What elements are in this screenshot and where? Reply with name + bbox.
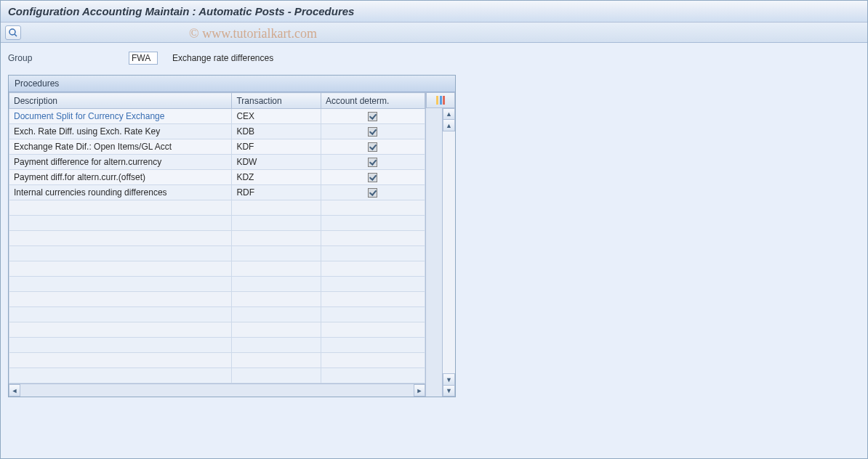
table-row[interactable] bbox=[9, 261, 425, 277]
table-settings-button[interactable] bbox=[426, 92, 455, 108]
cell-account-determ[interactable] bbox=[321, 185, 425, 200]
cell-empty bbox=[321, 292, 425, 307]
cell-empty bbox=[9, 368, 232, 383]
procedures-table: Description Transaction Account determ. … bbox=[9, 92, 425, 383]
cell-empty bbox=[9, 322, 232, 338]
table-row[interactable]: Document Split for Currency ExchangeCEX bbox=[9, 109, 425, 124]
table-row[interactable] bbox=[9, 307, 425, 322]
cell-empty bbox=[9, 338, 232, 353]
scroll-up2-icon[interactable]: ▲ bbox=[443, 120, 455, 131]
cell-empty bbox=[232, 338, 321, 353]
cell-transaction: KDW bbox=[232, 155, 321, 170]
table-settings-icon bbox=[436, 96, 445, 105]
svg-line-1 bbox=[15, 34, 17, 36]
vertical-scrollbar[interactable]: ▲ ▲ ▼ ▼ bbox=[442, 108, 455, 397]
scroll-right-icon[interactable]: ► bbox=[414, 384, 425, 397]
cell-empty bbox=[321, 261, 425, 277]
horizontal-scrollbar[interactable]: ◄ ► bbox=[9, 383, 425, 397]
table-row[interactable]: Payment difference for altern.currencyKD… bbox=[9, 155, 425, 170]
cell-description[interactable]: Payment difference for altern.currency bbox=[9, 155, 232, 170]
table-row[interactable] bbox=[9, 246, 425, 261]
cell-empty bbox=[232, 322, 321, 338]
cell-empty bbox=[321, 246, 425, 261]
cell-description[interactable]: Internal currencies rounding differences bbox=[9, 185, 232, 200]
table-row[interactable] bbox=[9, 353, 425, 368]
cell-empty bbox=[9, 277, 232, 292]
procedures-panel: Procedures Description Transaction Accou… bbox=[8, 75, 456, 397]
cell-empty bbox=[321, 338, 425, 353]
cell-empty bbox=[232, 246, 321, 261]
cell-empty bbox=[321, 322, 425, 338]
cell-account-determ[interactable] bbox=[321, 170, 425, 185]
checkbox-checked-icon[interactable] bbox=[368, 188, 377, 198]
table-row[interactable] bbox=[9, 200, 425, 216]
checkbox-checked-icon[interactable] bbox=[368, 127, 377, 137]
col-header-description[interactable]: Description bbox=[9, 93, 232, 109]
cell-empty bbox=[232, 292, 321, 307]
cell-account-determ[interactable] bbox=[321, 139, 425, 155]
cell-empty bbox=[321, 216, 425, 231]
cell-empty bbox=[232, 261, 321, 277]
table-row[interactable] bbox=[9, 231, 425, 246]
table-row[interactable] bbox=[9, 368, 425, 383]
scroll-up-icon[interactable]: ▲ bbox=[443, 108, 455, 120]
scroll-left-icon[interactable]: ◄ bbox=[9, 384, 20, 397]
cell-transaction: KDB bbox=[232, 124, 321, 139]
cell-empty bbox=[321, 277, 425, 292]
scroll-down-icon[interactable]: ▼ bbox=[443, 385, 455, 397]
cell-description[interactable]: Exch. Rate Diff. using Exch. Rate Key bbox=[9, 124, 232, 139]
cell-transaction: CEX bbox=[232, 109, 321, 124]
cell-empty bbox=[321, 307, 425, 322]
table-row[interactable]: Exch. Rate Diff. using Exch. Rate KeyKDB bbox=[9, 124, 425, 139]
detail-view-button[interactable] bbox=[5, 25, 21, 40]
group-label: Group bbox=[8, 53, 124, 63]
cell-description[interactable]: Document Split for Currency Exchange bbox=[9, 109, 232, 124]
cell-transaction: RDF bbox=[232, 185, 321, 200]
table-row[interactable] bbox=[9, 277, 425, 292]
cell-transaction: KDF bbox=[232, 139, 321, 155]
table-row[interactable] bbox=[9, 338, 425, 353]
cell-empty bbox=[232, 216, 321, 231]
col-header-transaction[interactable]: Transaction bbox=[232, 93, 321, 109]
cell-empty bbox=[232, 231, 321, 246]
checkbox-checked-icon[interactable] bbox=[368, 158, 377, 167]
group-row: Group Exchange rate differences bbox=[1, 43, 867, 70]
cell-account-determ[interactable] bbox=[321, 155, 425, 170]
cell-description[interactable]: Payment diff.for altern.curr.(offset) bbox=[9, 170, 232, 185]
cell-empty bbox=[9, 307, 232, 322]
cell-account-determ[interactable] bbox=[321, 109, 425, 124]
cell-empty bbox=[9, 353, 232, 368]
scroll-down2-icon[interactable]: ▼ bbox=[443, 373, 455, 385]
table-row[interactable]: Payment diff.for altern.curr.(offset)KDZ bbox=[9, 170, 425, 185]
page-title: Configuration Accounting Maintain : Auto… bbox=[8, 5, 354, 17]
cell-empty bbox=[232, 368, 321, 383]
cell-empty bbox=[232, 307, 321, 322]
panel-title: Procedures bbox=[9, 76, 455, 92]
cell-empty bbox=[321, 200, 425, 216]
checkbox-checked-icon[interactable] bbox=[368, 142, 377, 152]
cell-empty bbox=[9, 246, 232, 261]
cell-account-determ[interactable] bbox=[321, 124, 425, 139]
table-row[interactable]: Exchange Rate Dif.: Open Items/GL AcctKD… bbox=[9, 139, 425, 155]
table-row[interactable] bbox=[9, 292, 425, 307]
table-row[interactable] bbox=[9, 216, 425, 231]
group-description: Exchange rate differences bbox=[172, 53, 273, 63]
cell-empty bbox=[321, 368, 425, 383]
cell-empty bbox=[232, 200, 321, 216]
toolbar bbox=[1, 23, 867, 43]
cell-transaction: KDZ bbox=[232, 170, 321, 185]
checkbox-checked-icon[interactable] bbox=[368, 112, 377, 121]
table-row[interactable]: Internal currencies rounding differences… bbox=[9, 185, 425, 200]
cell-empty bbox=[232, 353, 321, 368]
cell-empty bbox=[321, 353, 425, 368]
cell-empty bbox=[9, 200, 232, 216]
svg-point-0 bbox=[9, 29, 15, 35]
table-row[interactable] bbox=[9, 322, 425, 338]
cell-empty bbox=[9, 231, 232, 246]
checkbox-checked-icon[interactable] bbox=[368, 173, 377, 182]
cell-empty bbox=[232, 277, 321, 292]
cell-empty bbox=[321, 231, 425, 246]
col-header-account-determ[interactable]: Account determ. bbox=[321, 93, 425, 109]
cell-description[interactable]: Exchange Rate Dif.: Open Items/GL Acct bbox=[9, 139, 232, 155]
group-input[interactable] bbox=[129, 52, 158, 65]
